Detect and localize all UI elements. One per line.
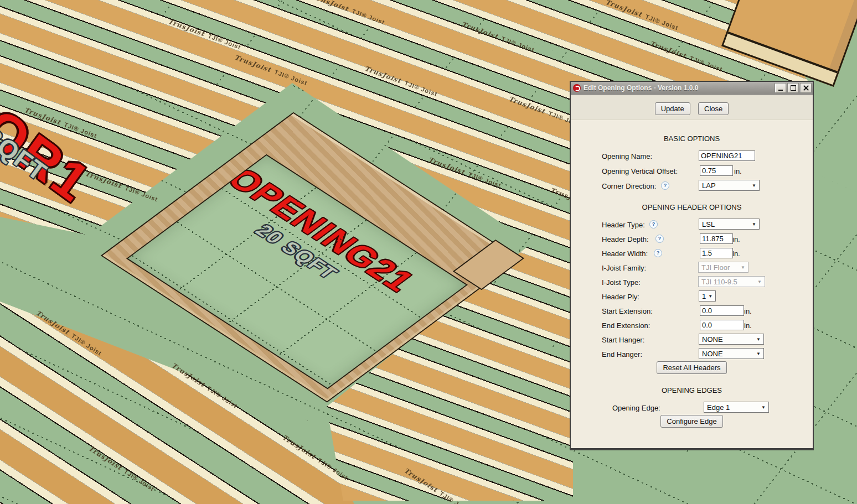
- form-row: Header Ply: 1 ▼: [571, 289, 813, 304]
- minimize-button[interactable]: [775, 83, 786, 93]
- select-value: TJI 110-9.5: [701, 278, 737, 286]
- dialog-title-bar[interactable]: Edit Opening Options - Version 1.0.0: [571, 82, 813, 95]
- maximize-icon: [791, 85, 796, 91]
- start-extension-input[interactable]: [700, 305, 744, 316]
- dialog-title: Edit Opening Options - Version 1.0.0: [584, 84, 773, 92]
- close-icon: [803, 85, 809, 91]
- dropdown-arrow-icon: ▼: [708, 294, 713, 299]
- configure-edge-button[interactable]: Configure Edge: [660, 415, 722, 428]
- select-value: NONE: [702, 350, 723, 358]
- select-value: 1: [702, 292, 706, 300]
- form-row: Opening Edge: Edge 1 ▼: [571, 401, 813, 415]
- form-row: End Hanger: NONE ▼: [571, 347, 813, 361]
- corner-direction-label: Corner Direction:: [602, 182, 656, 190]
- ijoist-type-label: I-Joist Type:: [602, 278, 641, 287]
- minimize-icon: [778, 90, 783, 91]
- opening-name-label: Opening Name:: [602, 152, 652, 160]
- form-row: Start Hanger: NONE ▼: [571, 332, 813, 347]
- header-ply-select[interactable]: 1 ▼: [699, 290, 716, 302]
- opening-edge-select[interactable]: Edge 1 ▼: [704, 402, 769, 413]
- header-ply-label: Header Ply:: [602, 293, 639, 301]
- form-row: Configure Edge: [571, 415, 813, 429]
- form-row: Start Extension: in.: [571, 304, 813, 318]
- help-icon[interactable]: ?: [649, 220, 658, 228]
- basic-options-heading: BASIC OPTIONS: [571, 134, 813, 143]
- app-icon: [573, 84, 581, 92]
- dialog-toolbar: Update Close: [571, 95, 813, 120]
- header-width-input[interactable]: [700, 248, 733, 258]
- form-row: End Extension: in.: [571, 318, 813, 332]
- form-row: Corner Direction: ? LAP ▼: [571, 179, 813, 193]
- unit-label: in.: [732, 250, 740, 258]
- ijoist-family-label: I-Joist Family:: [602, 264, 646, 272]
- form-row: Header Width: ? in.: [571, 246, 813, 261]
- header-options-heading: OPENING HEADER OPTIONS: [571, 203, 813, 211]
- close-button[interactable]: Close: [698, 102, 729, 115]
- vertical-offset-input[interactable]: [700, 165, 733, 176]
- dropdown-arrow-icon: ▼: [757, 279, 762, 284]
- reset-all-headers-button[interactable]: Reset All Headers: [657, 361, 726, 374]
- dropdown-arrow-icon: ▼: [756, 351, 761, 356]
- select-value: NONE: [702, 335, 723, 344]
- form-row: I-Joist Family: TJI Floor ▼: [571, 261, 813, 275]
- header-type-select[interactable]: LSL ▼: [699, 219, 760, 230]
- start-extension-label: Start Extension:: [602, 307, 653, 315]
- header-width-label: Header Width:: [602, 250, 648, 258]
- start-hanger-select[interactable]: NONE ▼: [699, 334, 764, 345]
- dropdown-arrow-icon: ▼: [761, 405, 766, 410]
- unit-label: in.: [734, 167, 742, 175]
- vertical-offset-label: Opening Vertical Offset:: [602, 167, 678, 175]
- end-hanger-label: End Hanger:: [602, 350, 642, 358]
- end-extension-input[interactable]: [700, 320, 744, 330]
- maximize-button[interactable]: [787, 83, 799, 93]
- edit-opening-options-dialog: Edit Opening Options - Version 1.0.0 Upd…: [570, 81, 814, 450]
- unit-label: in.: [744, 307, 752, 315]
- header-type-label: Header Type:: [602, 221, 645, 229]
- corner-direction-select[interactable]: LAP ▼: [699, 180, 760, 191]
- help-icon[interactable]: ?: [654, 249, 662, 257]
- dropdown-arrow-icon: ▼: [752, 222, 756, 227]
- end-extension-label: End Extension:: [602, 321, 650, 330]
- unit-label: in.: [744, 321, 752, 330]
- opening-edges-heading: OPENING EDGES: [571, 386, 813, 394]
- opening-name-text: OPENING21: [220, 163, 452, 316]
- help-icon[interactable]: ?: [655, 235, 664, 243]
- start-hanger-label: Start Hanger:: [602, 336, 644, 344]
- dropdown-arrow-icon: ▼: [752, 183, 756, 188]
- unit-label: in.: [732, 235, 740, 243]
- form-row: Header Depth: ? in.: [571, 232, 813, 246]
- form-row: I-Joist Type: TJI 110-9.5 ▼: [571, 275, 813, 289]
- select-value: Edge 1: [707, 403, 730, 412]
- opening-name-input[interactable]: [699, 150, 755, 161]
- form-row: Opening Vertical Offset: in.: [571, 164, 813, 179]
- form-row: Reset All Headers: [571, 361, 813, 376]
- form-row: Header Type: ? LSL ▼: [571, 217, 813, 232]
- close-window-button[interactable]: [800, 83, 812, 93]
- select-value: LSL: [702, 220, 715, 228]
- select-value: LAP: [702, 181, 716, 190]
- help-icon[interactable]: ?: [661, 181, 669, 190]
- dropdown-arrow-icon: ▼: [756, 337, 761, 342]
- header-depth-label: Header Depth:: [602, 235, 649, 243]
- select-value: TJI Floor: [701, 263, 730, 272]
- ijoist-type-select: TJI 110-9.5 ▼: [698, 276, 765, 287]
- end-hanger-select[interactable]: NONE ▼: [699, 348, 764, 359]
- dialog-content: BASIC OPTIONS Opening Name: Opening Vert…: [571, 134, 813, 429]
- header-depth-input[interactable]: [700, 233, 733, 244]
- opening-edge-label: Opening Edge:: [612, 404, 660, 412]
- update-button[interactable]: Update: [655, 102, 690, 115]
- dropdown-arrow-icon: ▼: [741, 265, 745, 270]
- ijoist-family-select: TJI Floor ▼: [698, 262, 748, 273]
- form-row: Opening Name:: [571, 149, 813, 164]
